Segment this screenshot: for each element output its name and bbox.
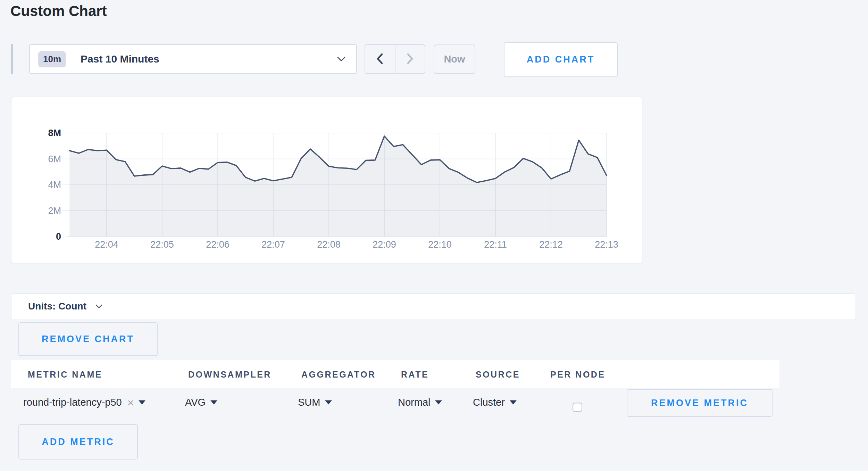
caret-down-icon [510,400,517,404]
x-axis-tick-label: 22:06 [206,239,229,250]
remove-metric-tag-icon[interactable]: × [127,397,134,408]
toolbar-accent-bar [11,44,13,74]
x-axis-tick-label: 22:10 [428,239,452,250]
x-axis-tick-label: 22:12 [539,239,563,250]
y-axis-tick-label: 0 [56,231,61,242]
custom-chart-page: Custom Chart 10m Past 10 Minutes Now ADD… [0,0,868,471]
source-dropdown[interactable]: Cluster [473,397,517,408]
prev-range-button[interactable] [365,45,395,73]
x-axis-tick-label: 22:09 [373,239,396,250]
x-axis-tick-label: 22:11 [484,239,507,250]
line-chart[interactable]: 02M4M6M8M22:0422:0522:0622:0722:0822:092… [11,97,643,263]
caret-down-icon [210,400,217,404]
page-title: Custom Chart [10,3,107,19]
metric-table-header: METRIC NAME DOWNSAMPLER AGGREGATOR RATE … [11,360,779,388]
units-dropdown[interactable]: Units: Count [11,294,855,319]
time-range-dropdown[interactable]: 10m Past 10 Minutes [29,44,357,74]
next-range-button[interactable] [395,45,425,73]
y-axis-tick-label: 2M [48,206,61,216]
metric-name-dropdown[interactable]: round-trip-latency-p50 × [23,397,145,408]
rate-dropdown[interactable]: Normal [398,397,442,408]
per-node-checkbox[interactable] [573,403,582,412]
now-button[interactable]: Now [434,44,475,74]
units-label: Units: Count [28,301,86,312]
y-axis-tick-label: 8M [48,128,61,138]
time-range-badge: 10m [38,51,66,67]
chart-card: 02M4M6M8M22:0422:0522:0622:0722:0822:092… [11,97,642,263]
remove-metric-button[interactable]: REMOVE METRIC [627,389,773,417]
series-area [69,136,607,237]
x-axis-tick-label: 22:07 [261,239,285,250]
column-header-downsampler: DOWNSAMPLER [188,369,272,379]
downsampler-value: AVG [185,397,206,408]
chevron-down-icon [337,56,346,62]
source-value: Cluster [473,397,505,408]
time-pager [365,44,425,74]
time-range-label: Past 10 Minutes [81,53,159,65]
column-header-source: SOURCE [476,369,520,379]
chevron-right-icon [405,52,415,66]
x-axis-tick-label: 22:05 [150,239,174,250]
y-axis-tick-label: 4M [48,180,61,190]
column-header-metric-name: METRIC NAME [28,369,102,379]
chevron-down-icon [95,304,102,309]
column-header-aggregator: AGGREGATOR [301,369,376,379]
column-header-rate: RATE [401,369,429,379]
aggregator-value: SUM [298,397,320,408]
remove-chart-button[interactable]: REMOVE CHART [18,322,158,356]
metric-name-value: round-trip-latency-p50 [23,397,122,408]
add-chart-button[interactable]: ADD CHART [504,42,618,77]
column-header-per-node: PER NODE [550,369,606,379]
y-axis-tick-label: 6M [48,154,61,164]
add-metric-button[interactable]: ADD METRIC [18,424,138,460]
rate-value: Normal [398,397,430,408]
x-axis-tick-label: 22:04 [95,239,118,250]
downsampler-dropdown[interactable]: AVG [185,397,217,408]
x-axis-tick-label: 22:08 [317,239,341,250]
x-axis-tick-label: 22:13 [595,239,618,250]
caret-down-icon [139,400,145,404]
caret-down-icon [325,400,332,404]
caret-down-icon [435,400,442,404]
aggregator-dropdown[interactable]: SUM [298,397,332,408]
chevron-left-icon [375,52,385,66]
